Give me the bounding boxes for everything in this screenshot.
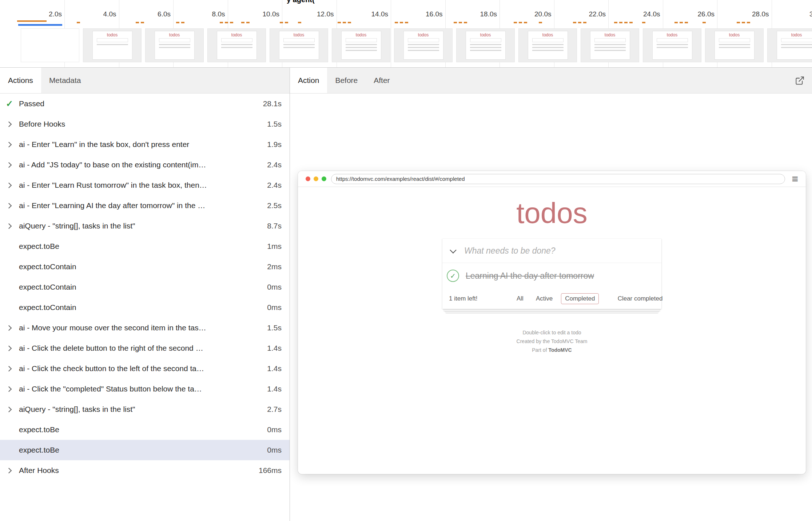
tab-action[interactable]: Action	[290, 68, 327, 93]
timeline-thumbnail[interactable]: todos	[767, 28, 812, 62]
thumbnail-app-title: todos	[667, 33, 677, 37]
thumbnail-input-box	[97, 38, 128, 42]
tab-actions[interactable]: Actions	[0, 68, 41, 93]
film-strip: todostodostodostodostodostodostodostodos…	[21, 28, 812, 62]
thumbnail-line	[781, 44, 812, 45]
thumbnail-screenshot: todos	[92, 31, 132, 60]
thumbnail-screenshot: todos	[715, 31, 755, 60]
filter-all[interactable]: All	[513, 293, 528, 304]
activity-dash	[514, 22, 517, 23]
action-label: After Hooks	[19, 466, 59, 475]
traffic-light-minimize-icon	[314, 176, 318, 181]
action-duration: 1.4s	[261, 344, 282, 353]
timeline-thumbnail[interactable]: todos	[207, 28, 266, 62]
info-line: Part of TodoMVC	[298, 346, 806, 354]
action-row[interactable]: expect.toBe0ms	[0, 440, 290, 460]
action-label: ai - Click the "completed" Status button…	[19, 385, 202, 393]
thumbnail-app-title: todos	[605, 33, 615, 37]
timeline-thumbnail[interactable]: todos	[270, 28, 328, 62]
action-duration: 1.4s	[261, 364, 282, 373]
toggle-all-button[interactable]	[442, 249, 463, 252]
action-label: ai - Enter "Learn Rust tomorrow" in the …	[19, 181, 207, 190]
thumbnail-line	[594, 50, 626, 51]
traffic-light-zoom-icon	[322, 176, 326, 181]
action-row[interactable]: ai - Enter "Learning AI the day after to…	[0, 195, 290, 216]
filter-active[interactable]: Active	[532, 293, 557, 304]
thumbnail-screenshot: todos	[279, 31, 319, 60]
timeline-thumbnail[interactable]: todos	[581, 28, 639, 62]
tab-after[interactable]: After	[366, 68, 398, 93]
thumbnail-screenshot: todos	[777, 31, 812, 60]
activity-dash	[674, 22, 678, 23]
action-row[interactable]: After Hooks166ms	[0, 460, 290, 481]
test-status-row[interactable]: ✓Passed28.1s	[0, 94, 290, 114]
action-row[interactable]: ai - Move your mouse over the second ite…	[0, 318, 290, 338]
action-duration: 28.1s	[257, 99, 282, 108]
thumbnail-app-title: todos	[231, 33, 242, 37]
timeline-thumbnail[interactable]: todos	[518, 28, 577, 62]
action-row[interactable]: aiQuery - "string[], tasks in the list"8…	[0, 216, 290, 236]
activity-dash	[136, 22, 139, 23]
activity-dash	[395, 22, 398, 23]
thumbnail-app-title: todos	[418, 33, 429, 37]
app-title: todos	[298, 196, 806, 230]
activity-dash	[685, 22, 688, 23]
left-tabbar-slot: ActionsMetadata	[0, 68, 89, 93]
tab-metadata[interactable]: Metadata	[41, 68, 89, 93]
todo-list: ✓Learning AI the day after tomorrow	[442, 263, 661, 289]
actions-list: ✓Passed28.1sBefore Hooks1.5sai - Enter "…	[0, 94, 290, 521]
timeline-thumbnail[interactable]: todos	[643, 28, 701, 62]
action-row[interactable]: Before Hooks1.5s	[0, 114, 290, 134]
timeline-thumbnail[interactable]	[21, 28, 79, 62]
thumbnail-input-box	[408, 38, 439, 42]
action-row[interactable]: expect.toContain0ms	[0, 297, 290, 318]
thumbnail-line	[470, 50, 501, 51]
action-duration: 2ms	[261, 262, 282, 271]
tab-before[interactable]: Before	[327, 68, 366, 93]
thumbnail-line	[532, 47, 564, 48]
filter-completed[interactable]: Completed	[561, 293, 599, 304]
action-row[interactable]: ai - Click the delete button to the righ…	[0, 338, 290, 358]
action-row[interactable]: ai - Click the "completed" Status button…	[0, 379, 290, 399]
chevron-right-icon	[6, 346, 19, 350]
timeline-thumbnail[interactable]: todos	[456, 28, 515, 62]
action-row[interactable]: ai - Enter "Learn" in the task box, don'…	[0, 134, 290, 155]
action-row[interactable]: expect.toContain0ms	[0, 277, 290, 297]
open-snapshot-button[interactable]	[788, 68, 812, 93]
new-todo-input[interactable]	[463, 246, 661, 256]
action-row[interactable]: expect.toBe1ms	[0, 236, 290, 256]
todo-toggle-icon[interactable]: ✓	[447, 270, 459, 282]
left-tabbar-spacer	[89, 68, 290, 93]
action-label: ai - Enter "Learning AI the day after to…	[19, 201, 205, 210]
activity-dash	[400, 22, 403, 23]
timeline-thumbnail[interactable]: todos	[705, 28, 764, 62]
action-row[interactable]: expect.toContain2ms	[0, 256, 290, 277]
timeline-tick-label: 24.0s	[643, 10, 660, 18]
timeline-thumbnail[interactable]: todos	[332, 28, 390, 62]
timeline-thumbnail[interactable]: todos	[83, 28, 142, 62]
todomvc-brand: TodoMVC	[548, 347, 572, 353]
chevron-right-icon	[6, 367, 19, 371]
activity-dash	[629, 22, 633, 23]
timeline-thumbnail[interactable]: todos	[145, 28, 204, 62]
thumbnail-line	[594, 44, 626, 45]
activity-dash	[619, 22, 622, 23]
action-row[interactable]: ai - Add "JS today" to base on the exist…	[0, 155, 290, 175]
test-title-clipped: y agent(	[287, 0, 315, 4]
activity-dash	[241, 22, 244, 23]
timeline-tick-label: 2.0s	[49, 10, 62, 18]
action-row[interactable]: ai - Click the check button to the left …	[0, 358, 290, 379]
timeline-thumbnail[interactable]: todos	[394, 28, 453, 62]
todo-item[interactable]: ✓Learning AI the day after tomorrow	[442, 263, 661, 289]
action-row[interactable]: ai - Enter "Learn Rust tomorrow" in the …	[0, 175, 290, 195]
timeline[interactable]: y agent( 2.0s4.0s6.0s8.0s10.0s12.0s14.0s…	[0, 0, 812, 68]
thumbnail-line	[594, 47, 626, 48]
thumbnail-line	[346, 44, 377, 45]
todo-footer: 1 item left! AllActiveCompleted Clear co…	[442, 289, 661, 309]
clear-completed-button[interactable]: Clear completed	[599, 295, 662, 302]
action-row[interactable]: expect.toBe0ms	[0, 419, 290, 440]
action-row[interactable]: aiQuery - "string[], tasks in the list"2…	[0, 399, 290, 419]
thumbnail-screenshot: todos	[652, 31, 692, 60]
action-label: ai - Click the delete button to the righ…	[19, 344, 203, 353]
activity-dash	[573, 22, 576, 23]
